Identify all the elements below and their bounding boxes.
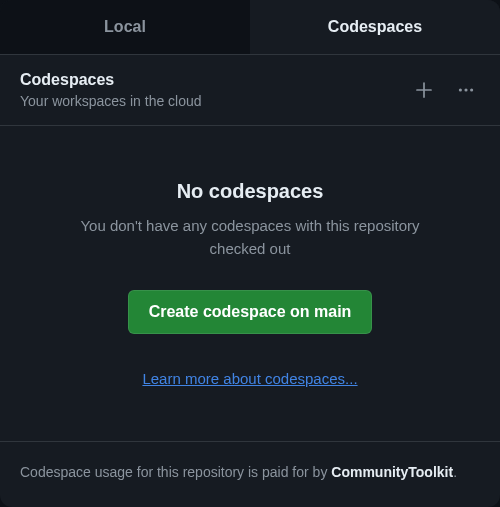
footer-suffix: . <box>453 464 457 480</box>
header-subtitle: Your workspaces in the cloud <box>20 93 202 109</box>
kebab-icon <box>457 81 475 99</box>
tab-bar: Local Codespaces <box>0 0 500 55</box>
learn-more-link[interactable]: Learn more about codespaces... <box>142 370 357 387</box>
footer-prefix: Codespace usage for this repository is p… <box>20 464 331 480</box>
add-codespace-button[interactable] <box>410 76 438 104</box>
header-title: Codespaces <box>20 71 202 89</box>
empty-title: No codespaces <box>177 180 324 203</box>
tab-local[interactable]: Local <box>0 0 250 54</box>
svg-point-0 <box>459 88 462 91</box>
svg-point-2 <box>470 88 473 91</box>
more-options-button[interactable] <box>452 76 480 104</box>
header-actions <box>410 76 480 104</box>
plus-icon <box>415 81 433 99</box>
panel-header: Codespaces Your workspaces in the cloud <box>0 55 500 126</box>
svg-point-1 <box>464 88 467 91</box>
codespaces-panel: Local Codespaces Codespaces Your workspa… <box>0 0 500 507</box>
footer-org: CommunityToolkit <box>331 464 453 480</box>
header-text: Codespaces Your workspaces in the cloud <box>20 71 202 109</box>
footer: Codespace usage for this repository is p… <box>0 441 500 507</box>
empty-text: You don't have any codespaces with this … <box>80 215 420 260</box>
empty-state: No codespaces You don't have any codespa… <box>0 126 500 441</box>
tab-codespaces[interactable]: Codespaces <box>250 0 500 54</box>
create-codespace-button[interactable]: Create codespace on main <box>128 290 373 334</box>
